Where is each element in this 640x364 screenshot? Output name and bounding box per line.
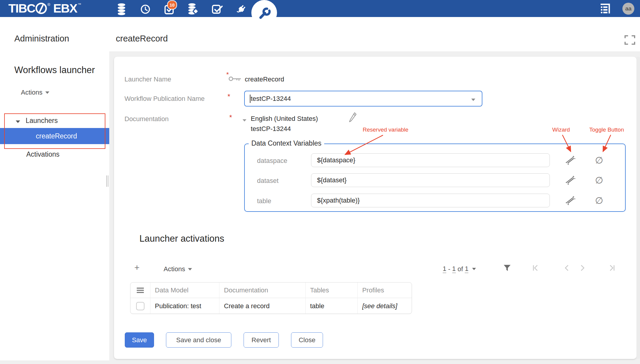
documentation-collapse-toggle[interactable] bbox=[242, 118, 247, 123]
logo-text-ebx: EBX bbox=[53, 2, 77, 15]
integration-icon[interactable] bbox=[235, 3, 247, 15]
range-to: 1 bbox=[452, 265, 456, 273]
clipboard-check-icon bbox=[212, 4, 224, 15]
dataset-wizard-button[interactable] bbox=[565, 175, 576, 185]
pagination-range-selector[interactable]: 1 - 1 of 1 bbox=[443, 265, 476, 273]
validation-icon[interactable] bbox=[212, 3, 224, 15]
save-button[interactable]: Save bbox=[125, 332, 154, 348]
column-header-documentation[interactable]: Documentation bbox=[219, 283, 305, 298]
administration-active-tab[interactable] bbox=[251, 0, 277, 26]
close-button[interactable]: Close bbox=[291, 332, 323, 348]
table-input[interactable] bbox=[311, 194, 550, 207]
save-and-close-button[interactable]: Save and close bbox=[166, 332, 231, 348]
revert-button[interactable]: Revert bbox=[244, 332, 279, 348]
row-checkbox[interactable] bbox=[136, 302, 144, 310]
documentation-value: testCP-13244 bbox=[251, 125, 291, 133]
activations-actions-menu[interactable]: Actions bbox=[164, 265, 192, 273]
range-from: 1 bbox=[443, 265, 446, 273]
primary-key-icon bbox=[228, 74, 242, 84]
dataspace-toggle-null-button[interactable]: ∅ bbox=[594, 155, 604, 165]
logo-text-tibc: TIBC bbox=[8, 2, 35, 15]
registered-mark: ® bbox=[47, 2, 50, 7]
database-icon bbox=[117, 3, 126, 16]
sidebar-actions-menu[interactable]: Actions bbox=[21, 89, 50, 96]
sidebar-item-activations[interactable]: Activations bbox=[26, 150, 59, 158]
required-asterisk: * bbox=[229, 114, 232, 121]
table-menu-button[interactable] bbox=[130, 283, 150, 298]
filter-button[interactable] bbox=[503, 264, 511, 273]
chevron-down-icon bbox=[472, 268, 476, 270]
range-of: of bbox=[458, 265, 463, 273]
activations-actions-label: Actions bbox=[164, 265, 185, 273]
column-header-tables[interactable]: Tables bbox=[305, 283, 358, 298]
dataset-label: dataset bbox=[257, 177, 279, 185]
last-page-button[interactable] bbox=[608, 264, 616, 273]
combobox-dropdown-button[interactable] bbox=[471, 97, 476, 102]
table-label: table bbox=[257, 197, 271, 205]
fullscreen-button[interactable] bbox=[624, 35, 635, 46]
activations-table: Data Model Documentation Tables Profiles… bbox=[130, 282, 412, 314]
table-wizard-button[interactable] bbox=[565, 195, 576, 206]
table-header-row: Data Model Documentation Tables Profiles bbox=[130, 283, 412, 298]
previous-page-button[interactable] bbox=[564, 264, 570, 273]
funnel-icon bbox=[503, 264, 511, 272]
tibco-ebx-logo[interactable]: TIBC ® EBX ™ bbox=[8, 2, 81, 15]
dataspace-input[interactable] bbox=[311, 153, 550, 167]
sidebar-actions-label: Actions bbox=[21, 89, 42, 96]
clock-icon bbox=[140, 4, 151, 15]
documentation-locale: English (United States) bbox=[251, 115, 318, 123]
range-total: 1 bbox=[465, 265, 468, 273]
add-activation-button[interactable]: + bbox=[134, 263, 140, 273]
ebx-application-window: TIBC ® EBX ™ 10 bbox=[0, 0, 640, 364]
launcher-activations-title: Launcher activations bbox=[139, 233, 224, 244]
first-page-button[interactable] bbox=[532, 264, 540, 273]
data-models-icon[interactable] bbox=[187, 3, 199, 15]
plug-icon bbox=[235, 3, 247, 15]
perspectives-icon[interactable] bbox=[599, 3, 611, 15]
column-header-data-model[interactable]: Data Model bbox=[150, 283, 219, 298]
cell-data-model: Publication: test bbox=[150, 298, 219, 314]
magic-wand-icon bbox=[565, 175, 576, 185]
page-title: createRecord bbox=[116, 33, 168, 44]
documentation-label: Documentation bbox=[124, 115, 169, 123]
module-title: Workflows launcher bbox=[14, 65, 95, 75]
cell-profiles-see-details[interactable]: [see details] bbox=[357, 298, 412, 314]
splitter-grip[interactable] bbox=[108, 175, 108, 187]
page-header-band bbox=[0, 17, 640, 51]
top-navigation-bar bbox=[0, 0, 640, 17]
wrench-icon bbox=[256, 5, 272, 21]
next-page-button[interactable] bbox=[579, 264, 586, 273]
workflow-publication-name-value: testCP-13244 bbox=[251, 95, 291, 103]
workflow-publication-name-combobox[interactable]: testCP-13244 bbox=[244, 91, 482, 107]
dataspace-wizard-button[interactable] bbox=[565, 155, 576, 165]
launcher-name-value: createRecord bbox=[245, 75, 284, 83]
last-page-icon bbox=[608, 264, 616, 272]
table-toggle-null-button[interactable]: ∅ bbox=[594, 195, 604, 206]
launcher-name-label: Launcher Name bbox=[124, 75, 171, 83]
dataset-input[interactable] bbox=[311, 173, 550, 187]
column-header-profiles[interactable]: Profiles bbox=[357, 283, 412, 298]
vertical-scrollbar[interactable] bbox=[636, 57, 640, 359]
table-row[interactable]: Publication: test Create a record table … bbox=[130, 298, 412, 314]
magic-wand-icon bbox=[565, 155, 576, 165]
expand-icon bbox=[624, 35, 635, 45]
required-asterisk: * bbox=[226, 71, 229, 78]
cell-tables: table bbox=[305, 298, 358, 314]
user-avatar[interactable]: aa bbox=[622, 3, 634, 15]
splitter-grip[interactable] bbox=[106, 175, 107, 187]
edit-documentation-button[interactable] bbox=[349, 112, 357, 124]
annotation-wizard: Wizard bbox=[552, 127, 570, 133]
dataset-toggle-null-button[interactable]: ∅ bbox=[594, 175, 604, 185]
null-set-icon: ∅ bbox=[595, 155, 603, 166]
annotation-highlight-box bbox=[4, 113, 105, 149]
tibco-o-swoosh-icon bbox=[36, 3, 47, 14]
recent-items-icon[interactable] bbox=[139, 3, 151, 15]
annotation-toggle-button: Toggle Button bbox=[589, 127, 624, 133]
fieldset-legend: Data Context Variables bbox=[249, 139, 324, 147]
datasets-icon[interactable] bbox=[116, 3, 127, 15]
cell-documentation: Create a record bbox=[219, 298, 305, 314]
dataspace-label: dataspace bbox=[257, 157, 287, 165]
trademark-mark: ™ bbox=[78, 2, 81, 7]
chevron-down-icon bbox=[242, 119, 247, 122]
chevron-right-icon bbox=[579, 264, 586, 272]
